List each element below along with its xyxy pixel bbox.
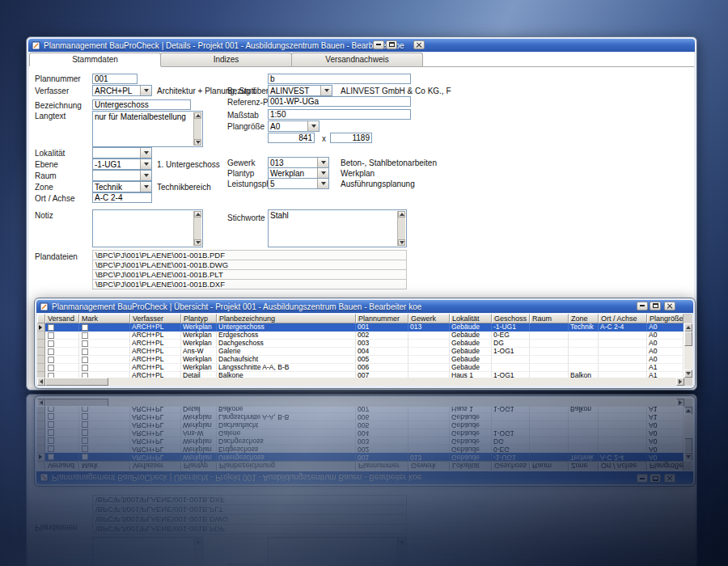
checkbox[interactable]: [48, 357, 54, 363]
column-header[interactable]: Planbezeichnung: [217, 314, 356, 323]
checkbox[interactable]: [82, 332, 88, 339]
ort-achse-input[interactable]: [92, 192, 152, 203]
textarea-scrollbar[interactable]: [193, 112, 201, 146]
scroll-right-button[interactable]: [676, 378, 684, 386]
dropdown-button[interactable]: [140, 171, 151, 180]
stichworte-textarea[interactable]: Stahl: [268, 209, 407, 247]
plangroesse-select[interactable]: A0: [268, 120, 320, 132]
massstab-input[interactable]: [268, 109, 411, 120]
checkbox[interactable]: [82, 324, 88, 331]
checkbox[interactable]: [48, 348, 54, 355]
tab-indizes[interactable]: Indizes: [160, 53, 292, 66]
arrow-right-icon: [39, 325, 42, 330]
chevron-down-icon: [324, 89, 329, 92]
scroll-down-button[interactable]: [194, 139, 201, 146]
table-row[interactable]: ARCH+PLWerkplanErdgeschoss002Gebäude0-EG…: [37, 332, 684, 340]
close-button[interactable]: [664, 302, 675, 310]
dropdown-button[interactable]: [317, 158, 328, 167]
table-row[interactable]: ARCH+PLWerkplanUntergeschoss001013Gebäud…: [37, 323, 684, 332]
dropdown-button[interactable]: [317, 168, 328, 178]
column-header[interactable]: Zone: [569, 314, 599, 323]
checkbox[interactable]: [82, 357, 88, 363]
table-row[interactable]: ARCH+PLWerkplanDachgeschoss003GebäudeDGA…: [37, 340, 684, 348]
plandatei-row[interactable]: \BPC\PJ\001\PLAENE\001-001B.DXF: [92, 279, 407, 289]
checkbox[interactable]: [48, 365, 54, 371]
versand-cell: [45, 348, 79, 356]
checkbox[interactable]: [82, 348, 88, 355]
scroll-up-button[interactable]: [684, 323, 692, 332]
ebene-select[interactable]: -1-UG1: [92, 158, 152, 170]
column-header[interactable]: Versand: [45, 314, 79, 323]
scroll-down-button[interactable]: [194, 239, 201, 246]
scroll-down-button[interactable]: [684, 370, 692, 378]
scrollbar-thumb[interactable]: [684, 332, 692, 346]
table-row[interactable]: ARCH+PLWerkplanDachaufsicht005GebäudeA0: [37, 356, 684, 364]
table-cell: DG: [492, 340, 530, 348]
mark-cell: [79, 323, 130, 332]
table-cell: Gebäude: [450, 348, 492, 356]
dropdown-button[interactable]: [307, 121, 319, 131]
notiz-textarea[interactable]: [92, 209, 203, 247]
dropdown-button[interactable]: [140, 182, 151, 192]
breite-input[interactable]: [268, 133, 315, 143]
vertical-scrollbar[interactable]: [684, 323, 692, 378]
versand-cell: [45, 323, 79, 332]
textarea-scrollbar[interactable]: [397, 211, 405, 246]
dropdown-button[interactable]: [320, 86, 332, 95]
dropdown-button[interactable]: [317, 179, 328, 188]
column-header[interactable]: Plannummer: [356, 314, 408, 323]
bezug-kurz-input[interactable]: [268, 74, 411, 84]
leistungsphase-select[interactable]: 5: [268, 178, 329, 189]
checkbox[interactable]: [82, 340, 88, 347]
zone-select[interactable]: Technik: [92, 181, 152, 192]
table-row[interactable]: ARCH+PLAns-WGalerie004Gebäude1-OG1A0: [37, 348, 684, 356]
column-header[interactable]: Gewerk: [408, 314, 450, 323]
details-titlebar[interactable]: Planmanagement BauProCheck | Details - P…: [28, 39, 695, 52]
checkbox[interactable]: [48, 340, 54, 347]
maximize-button[interactable]: [650, 302, 661, 310]
textarea-scrollbar[interactable]: [193, 211, 201, 246]
column-header[interactable]: Plangröße: [647, 314, 684, 323]
minimize-button[interactable]: [373, 40, 384, 49]
tab-versandnachweis[interactable]: Versandnachweis: [291, 53, 423, 66]
scroll-up-button[interactable]: [398, 211, 405, 218]
dropdown-button[interactable]: [140, 86, 151, 95]
column-header[interactable]: Raum: [530, 314, 569, 323]
column-header[interactable]: Ort / Achse: [599, 314, 647, 323]
tab-stammdaten[interactable]: Stammdaten: [29, 53, 161, 66]
minimize-button[interactable]: [637, 302, 648, 310]
langtext-textarea[interactable]: nur für Materialbestellung: [92, 111, 203, 147]
scrollbar-thumb[interactable]: [45, 378, 108, 386]
maximize-button[interactable]: [386, 40, 397, 49]
column-header[interactable]: Mark: [79, 314, 130, 323]
plantyp-select[interactable]: Werkplan: [268, 167, 329, 179]
table-cell: [530, 348, 569, 356]
bezug-ueber-select[interactable]: ALINVEST: [268, 85, 332, 96]
overview-titlebar[interactable]: Planmanagement BauProCheck | Übersicht -…: [36, 300, 693, 313]
table-row[interactable]: ARCH+PLDetailBalkone007Haus 11-OG1Balkon…: [37, 372, 684, 378]
table-row[interactable]: ARCH+PLWerkplanLängsschnitte A-A, B-B006…: [37, 364, 684, 372]
lokalitaet-select[interactable]: [92, 147, 152, 158]
verfasser-select[interactable]: ARCH+PL: [92, 85, 152, 96]
column-header[interactable]: Verfasser: [130, 314, 181, 323]
scroll-left-button[interactable]: [37, 378, 45, 386]
column-header[interactable]: Geschoss: [492, 314, 530, 323]
checkbox[interactable]: [82, 365, 88, 371]
horizontal-scrollbar[interactable]: [37, 378, 684, 386]
scroll-down-button[interactable]: [398, 239, 405, 246]
dropdown-button[interactable]: [140, 148, 151, 158]
checkbox[interactable]: [48, 324, 54, 331]
scroll-up-button[interactable]: [194, 211, 201, 218]
raum-select[interactable]: [92, 170, 152, 181]
column-header[interactable]: Plantyp: [181, 314, 217, 323]
bezeichnung-input[interactable]: [92, 99, 191, 110]
column-header[interactable]: Lokalität: [450, 314, 492, 323]
gewerk-select[interactable]: 013: [268, 157, 329, 168]
referenz-plannr-input[interactable]: [268, 96, 411, 107]
scroll-up-button[interactable]: [194, 112, 201, 119]
close-button[interactable]: [413, 40, 425, 49]
plannummer-input[interactable]: [92, 74, 138, 84]
checkbox[interactable]: [48, 332, 54, 339]
hoehe-input[interactable]: [330, 133, 372, 143]
dropdown-button[interactable]: [140, 159, 151, 169]
